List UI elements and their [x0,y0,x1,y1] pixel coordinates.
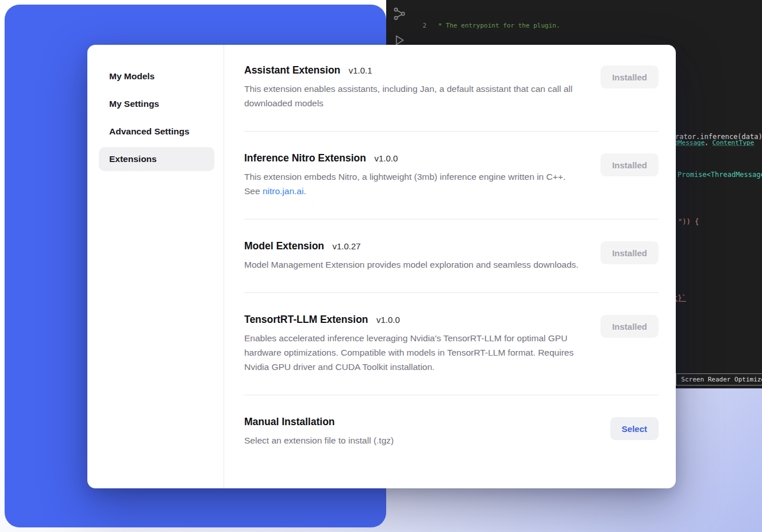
extension-title: Inference Nitro Extension [244,152,366,164]
settings-sidebar: My Models My Settings Advanced Settings … [87,45,224,488]
settings-modal: My Models My Settings Advanced Settings … [87,45,676,488]
installed-button[interactable]: Installed [601,65,659,88]
installed-button[interactable]: Installed [601,241,659,264]
extension-title: TensortRT-LLM Extension [244,314,368,325]
extension-version: v1.0.0 [376,315,400,325]
extension-description: This extension embeds Nitro, a lightweig… [244,169,580,198]
manual-installation-description: Select an extension file to install (.tg… [244,433,394,448]
extension-row-assistant: Assistant Extension v1.0.1 This extensio… [244,47,659,132]
extension-version: v1.0.27 [333,241,361,251]
select-file-button[interactable]: Select [610,417,659,440]
extension-version: v1.0.1 [349,65,372,75]
line-number: 2 [413,21,426,30]
extension-description: Model Management Extension provides mode… [244,257,579,272]
extension-row-model: Model Extension v1.0.27 Model Management… [244,219,659,293]
code-text: * The entrypoint for the plugin. [434,21,560,30]
extensions-list: Assistant Extension v1.0.1 This extensio… [224,45,676,488]
extension-row-inference-nitro: Inference Nitro Extension v1.0.0 This ex… [244,132,659,219]
code-line: 2 * The entrypoint for the plugin. [413,21,754,30]
extension-title: Assistant Extension [244,64,340,76]
git-graph-icon[interactable] [392,7,406,21]
sidebar-item-extensions[interactable]: Extensions [99,147,214,171]
code-fragment: Promise<ThreadMessage> [678,170,762,180]
sidebar-item-my-models[interactable]: My Models [99,64,214,88]
extension-description: This extension enables assistants, inclu… [244,82,580,110]
extension-title: Model Extension [244,240,324,252]
installed-button[interactable]: Installed [601,153,659,176]
code-fragment: rator.inference(data)); [675,132,762,142]
code-fragment: ")) { [678,217,699,227]
extension-description: Enables accelerated inference leveraging… [244,331,580,374]
editor-status-bar: go Screen Reader Optimize [663,373,762,385]
extension-row-tensorrt-llm: TensortRT-LLM Extension v1.0.0 Enables a… [244,293,659,395]
manual-installation-title: Manual Installation [244,416,335,427]
sidebar-item-my-settings[interactable]: My Settings [99,92,214,116]
nitro-jan-ai-link[interactable]: nitro.jan.ai. [263,186,306,196]
screen-reader-badge[interactable]: Screen Reader Optimize [676,373,762,385]
sidebar-item-advanced-settings[interactable]: Advanced Settings [99,119,214,144]
installed-button[interactable]: Installed [601,315,659,338]
extension-version: v1.0.0 [374,153,398,163]
manual-installation-row: Manual Installation Select an extension … [244,395,659,468]
